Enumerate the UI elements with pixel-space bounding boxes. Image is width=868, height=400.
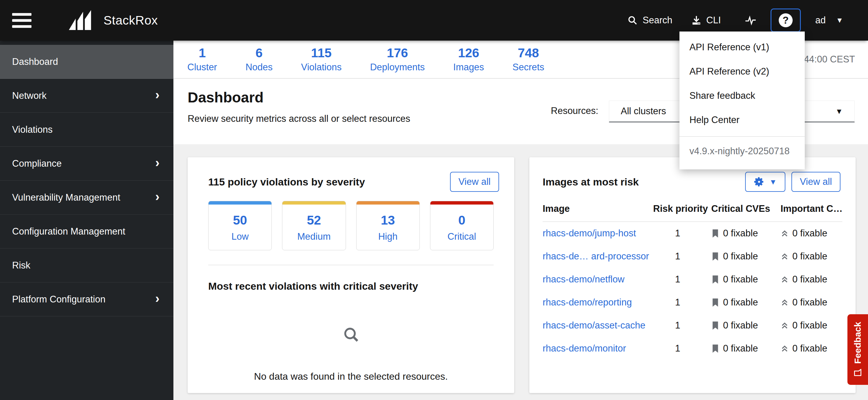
- resources-label: Resources:: [551, 106, 598, 116]
- column-header-important-cves[interactable]: Important C…: [780, 203, 842, 222]
- options-caret-down-icon: ▼: [769, 178, 777, 187]
- sidebar-item[interactable]: Vulnerability Management ›: [0, 180, 174, 215]
- select-caret-down-icon: ▼: [835, 107, 843, 116]
- image-link[interactable]: rhacs-demo/monitor: [542, 337, 653, 360]
- summary-stat[interactable]: 176 Deployments: [370, 46, 425, 73]
- important-severity-double-chevron-up-icon: [780, 275, 789, 284]
- risk-priority-value: 1: [653, 337, 711, 360]
- stat-value: 176: [387, 46, 408, 60]
- search-button[interactable]: Search: [627, 15, 672, 26]
- page-subtitle: Review security metrics across all or se…: [188, 113, 410, 124]
- sidebar-item-label: Vulnerability Management: [12, 192, 120, 203]
- images-risk-table: Image Risk priority Critical CVEs Import…: [542, 203, 842, 360]
- sidebar-item[interactable]: Violations ›: [0, 113, 174, 147]
- severity-color-bar: [430, 201, 493, 204]
- sidebar-item[interactable]: Network ›: [0, 79, 174, 113]
- critical-cves-cell: 0 fixable: [711, 337, 780, 360]
- image-link[interactable]: rhacs-demo/asset-cache: [542, 314, 653, 337]
- violations-by-severity-card: 115 policy violations by severity View a…: [188, 157, 514, 393]
- feedback-label: Feedback: [852, 322, 863, 364]
- stat-label: Nodes: [245, 62, 273, 73]
- sidebar-item[interactable]: Dashboard ›: [0, 45, 174, 79]
- stat-value: 115: [311, 46, 332, 60]
- chevron-right-icon: ›: [155, 292, 159, 305]
- column-header-image[interactable]: Image: [542, 203, 653, 222]
- important-cves-cell: 0 fixable: [780, 337, 842, 360]
- summary-stat[interactable]: 6 Nodes: [245, 46, 273, 73]
- critical-cves-value: 0 fixable: [723, 320, 758, 331]
- column-header-risk-priority[interactable]: Risk priority: [653, 203, 711, 222]
- resources-select-value: All clusters: [621, 106, 666, 117]
- important-severity-double-chevron-up-icon: [780, 298, 789, 307]
- help-menu-item[interactable]: Help Center: [679, 108, 805, 132]
- empty-state: No data was found in the selected resour…: [188, 326, 514, 382]
- images-view-all-button[interactable]: View all: [792, 172, 840, 192]
- critical-cves-cell: 0 fixable: [711, 291, 780, 314]
- critical-cves-value: 0 fixable: [723, 274, 758, 285]
- stat-value: 6: [255, 46, 262, 60]
- activity-button[interactable]: [745, 15, 756, 25]
- summary-stat[interactable]: 1 Cluster: [187, 46, 217, 73]
- severity-tile[interactable]: 50 Low: [208, 201, 272, 250]
- risk-priority-value: 1: [653, 291, 711, 314]
- empty-state-message: No data was found in the selected resour…: [188, 371, 514, 382]
- user-caret-down-icon[interactable]: ▼: [836, 16, 843, 25]
- image-link[interactable]: rhacs-demo/jump-host: [542, 222, 653, 245]
- hamburger-menu-icon[interactable]: [12, 10, 31, 31]
- images-card-options-button[interactable]: ▼: [745, 172, 785, 192]
- important-cves-cell: 0 fixable: [780, 222, 842, 245]
- summary-stat[interactable]: 126 Images: [453, 46, 484, 73]
- critical-severity-bookmark-icon: [711, 275, 719, 284]
- cli-download-button[interactable]: CLI: [691, 15, 721, 26]
- empty-search-icon: [343, 326, 360, 343]
- stackrox-logo-icon: [67, 9, 95, 32]
- sidebar-nav: Dashboard › Network › Violations › Compl…: [0, 40, 174, 400]
- severity-tile[interactable]: 0 Critical: [430, 201, 494, 250]
- user-menu-label[interactable]: ad: [815, 15, 826, 26]
- sidebar-item[interactable]: Configuration Management ›: [0, 215, 174, 249]
- severity-tile[interactable]: 13 High: [356, 201, 420, 250]
- stackrox-dashboard-page: StackRox Search CLI: [0, 0, 868, 400]
- sidebar-item[interactable]: Risk ›: [0, 249, 174, 282]
- risk-priority-value: 1: [653, 268, 711, 291]
- help-menu-item[interactable]: API Reference (v2): [679, 59, 805, 84]
- sidebar-item-label: Risk: [12, 260, 30, 271]
- summary-stat[interactable]: 748 Secrets: [513, 46, 544, 73]
- search-label: Search: [643, 15, 672, 26]
- severity-label: Low: [209, 231, 272, 242]
- important-severity-double-chevron-up-icon: [780, 321, 789, 330]
- page-title: Dashboard: [188, 89, 264, 106]
- help-question-icon: ?: [779, 13, 793, 27]
- help-button[interactable]: ?: [771, 8, 801, 32]
- brand-name: StackRox: [103, 13, 158, 28]
- critical-severity-bookmark-icon: [711, 298, 719, 307]
- stat-label: Images: [453, 62, 484, 73]
- chevron-right-icon: ›: [155, 88, 159, 101]
- sidebar-item[interactable]: Platform Configuration ›: [0, 282, 174, 316]
- help-menu-item[interactable]: API Reference (v1): [679, 35, 805, 59]
- sidebar-item[interactable]: Compliance ›: [0, 147, 174, 180]
- stat-label: Cluster: [187, 62, 217, 73]
- critical-cves-cell: 0 fixable: [711, 245, 780, 268]
- image-link[interactable]: rhacs-de… ard-processor: [542, 245, 653, 268]
- stat-value: 1: [198, 46, 206, 60]
- critical-cves-value: 0 fixable: [723, 228, 758, 239]
- important-cves-cell: 0 fixable: [780, 291, 842, 314]
- header-utilities: Search CLI ? ad ▼: [627, 8, 843, 32]
- important-severity-double-chevron-up-icon: [780, 344, 789, 353]
- image-link[interactable]: rhacs-demo/netflow: [542, 268, 653, 291]
- cli-label: CLI: [706, 15, 721, 26]
- important-cves-value: 0 fixable: [792, 251, 827, 262]
- violations-view-all-button[interactable]: View all: [450, 172, 499, 192]
- image-link[interactable]: rhacs-demo/reporting: [542, 291, 653, 314]
- feedback-button[interactable]: Feedback: [847, 314, 868, 385]
- column-header-critical-cves[interactable]: Critical CVEs: [711, 203, 780, 222]
- severity-tile[interactable]: 52 Medium: [282, 201, 346, 250]
- severity-color-bar: [356, 201, 420, 204]
- summary-stat[interactable]: 115 Violations: [301, 46, 342, 73]
- severity-count: 50: [209, 213, 272, 228]
- help-menu-item[interactable]: Share feedback: [679, 84, 805, 108]
- severity-count: 0: [430, 213, 493, 228]
- brand[interactable]: StackRox: [67, 9, 158, 32]
- stat-label: Deployments: [370, 62, 425, 73]
